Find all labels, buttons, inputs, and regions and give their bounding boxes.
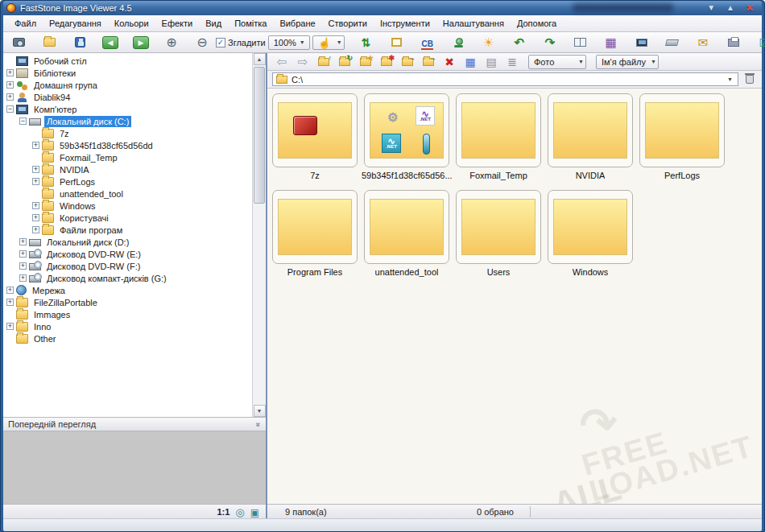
- folder-up-button[interactable]: ↑: [314, 54, 333, 70]
- tree-item-perflogs[interactable]: +PerfLogs: [3, 175, 252, 188]
- scan-button[interactable]: [662, 34, 683, 52]
- menu-file[interactable]: Файл: [8, 16, 43, 31]
- clone-stamp-button[interactable]: [448, 34, 469, 52]
- menu-edit[interactable]: Редагування: [43, 16, 108, 31]
- save-button[interactable]: [69, 34, 90, 52]
- view-list-button[interactable]: [502, 54, 522, 70]
- copy-to-folder-button[interactable]: →: [398, 54, 417, 70]
- minimize-icon[interactable]: ▼: [707, 4, 715, 12]
- tree-item-7z[interactable]: 7z: [3, 127, 252, 139]
- tree-item-computer[interactable]: −Комп'ютер: [3, 103, 252, 115]
- fit-window-icon[interactable]: [235, 506, 244, 518]
- folder-thumb-programfiles[interactable]: Program Files: [269, 188, 361, 285]
- settings-button[interactable]: [754, 34, 765, 52]
- resize-button[interactable]: [356, 34, 377, 52]
- move-to-folder-button[interactable]: →: [419, 54, 438, 70]
- delete-button[interactable]: [440, 54, 459, 70]
- tree-item-homegroup[interactable]: +Домашня група: [3, 79, 252, 91]
- tree-item-filezilla[interactable]: +FileZillaPortable: [3, 296, 252, 308]
- adjust-colors-button[interactable]: [417, 34, 438, 52]
- lighting-button[interactable]: [478, 34, 499, 52]
- collapse-chevron-icon[interactable]: »: [254, 422, 263, 427]
- tree-item-dvd-e[interactable]: +Дисковод DVD-RW (E:): [3, 248, 252, 260]
- menu-colors[interactable]: Кольори: [108, 16, 155, 31]
- folder-thumb-foxmail[interactable]: Foxmail_Temp: [453, 92, 544, 188]
- tree-item-other[interactable]: Other: [3, 332, 252, 344]
- view-details-button[interactable]: [482, 54, 501, 70]
- tree-item-unattended[interactable]: unattended_tool: [3, 188, 252, 200]
- rotate-right-button[interactable]: [540, 34, 560, 52]
- tree-item-59b[interactable]: +59b345f1d38cf65d56dd: [3, 139, 252, 151]
- tree-item-libraries[interactable]: +Бібліотеки: [3, 67, 252, 79]
- tree-item-cd-g[interactable]: +Дисковод компакт-дисків (G:): [3, 272, 252, 284]
- tree-item-inno[interactable]: +Inno: [3, 320, 252, 332]
- crop-button[interactable]: [387, 34, 407, 52]
- tree-item-drive-d[interactable]: +Локальний диск (D:): [3, 236, 252, 248]
- tree-item-nvidia[interactable]: +NVIDIA: [3, 163, 252, 175]
- back-button[interactable]: [272, 54, 292, 70]
- select-window-icon[interactable]: [250, 506, 259, 518]
- tree-item-foxmail[interactable]: Foxmail_Temp: [3, 151, 252, 163]
- open-file-button[interactable]: [39, 34, 60, 52]
- scroll-up-icon[interactable]: ▲: [254, 53, 266, 65]
- rotate-left-button[interactable]: [509, 34, 530, 52]
- maximize-icon[interactable]: ▲: [726, 4, 734, 12]
- photo-browser-button[interactable]: [8, 34, 29, 52]
- preview-area: [3, 431, 266, 504]
- print-button[interactable]: [723, 34, 744, 52]
- menu-create[interactable]: Створити: [322, 16, 374, 31]
- zoom-out-button[interactable]: [192, 34, 213, 52]
- folder-thumb-users[interactable]: Users: [453, 188, 544, 285]
- folder-thumb-unattended[interactable]: unattended_tool: [361, 188, 453, 285]
- zoom-in-button[interactable]: [161, 34, 182, 52]
- folder-icon: [16, 322, 28, 332]
- folder-thumb-windows[interactable]: Windows: [544, 188, 636, 285]
- tree-item-immages[interactable]: Immages: [3, 308, 252, 320]
- favorites-button[interactable]: ★: [356, 54, 375, 70]
- next-image-button[interactable]: [130, 34, 151, 52]
- tree-item-network[interactable]: +Мережа: [3, 284, 252, 296]
- tree-item-windows[interactable]: +Windows: [3, 200, 252, 212]
- menu-tools[interactable]: Інструменти: [374, 16, 436, 31]
- folder-thumb-perflogs[interactable]: PerfLogs: [636, 92, 728, 188]
- filter-select[interactable]: Фото ▼: [528, 55, 586, 69]
- menu-tag[interactable]: Помітка: [228, 16, 273, 31]
- tree-item-user[interactable]: +Diablik94: [3, 91, 252, 103]
- sort-select[interactable]: Ім'я файлу ▼: [596, 55, 659, 69]
- menu-favorites[interactable]: Вибране: [273, 16, 321, 31]
- menu-settings[interactable]: Налаштування: [436, 16, 511, 31]
- colors-icon: [421, 37, 432, 48]
- menu-effects[interactable]: Ефекти: [155, 16, 200, 31]
- close-icon[interactable]: ✕: [746, 3, 754, 13]
- folder-thumb-7z[interactable]: 7z: [269, 92, 361, 188]
- hand-tool-select[interactable]: ▼: [312, 35, 345, 50]
- view-thumbnails-button[interactable]: [461, 54, 480, 70]
- previous-image-button[interactable]: [100, 34, 121, 52]
- tag-folder-button[interactable]: ✱: [377, 54, 396, 70]
- tree-item-users[interactable]: +Користувачі: [3, 212, 252, 224]
- preview-panel-header[interactable]: Попередній перегляд »: [3, 417, 266, 431]
- screen-capture-button[interactable]: [631, 34, 652, 52]
- zoom-select[interactable]: 100% ▼: [268, 35, 310, 50]
- scroll-down-icon[interactable]: ▼: [254, 405, 266, 417]
- compare-button[interactable]: [570, 34, 591, 52]
- tree-scrollbar[interactable]: ▲ ▼: [252, 53, 266, 417]
- slideshow-button[interactable]: [601, 34, 622, 52]
- smooth-checkbox[interactable]: ✓: [216, 38, 225, 47]
- chevron-down-icon[interactable]: ▼: [727, 76, 734, 82]
- menu-help[interactable]: Допомога: [511, 16, 563, 31]
- tree-item-desktop[interactable]: Робочий стіл: [3, 55, 252, 67]
- menu-view[interactable]: Вид: [199, 16, 228, 31]
- tree-item-dvd-f[interactable]: +Дисковод DVD-RW (F:): [3, 260, 252, 272]
- forward-button[interactable]: [293, 54, 312, 70]
- blurred-watermark: [573, 3, 673, 12]
- trash-icon[interactable]: [746, 75, 754, 84]
- tree-item-programfiles[interactable]: +Файли програм: [3, 224, 252, 236]
- folder-thumb-nvidia[interactable]: NVIDIA: [544, 92, 636, 188]
- scrollbar-thumb[interactable]: [254, 67, 265, 204]
- tree-item-drive-c[interactable]: −Локальний диск (C:): [3, 115, 252, 127]
- folder-thumb-59b[interactable]: .NET .NET 59b345f1d38cf65d56...: [361, 92, 453, 188]
- refresh-button[interactable]: ↻: [335, 54, 354, 70]
- email-button[interactable]: [693, 34, 713, 52]
- address-combo[interactable]: C:\ ▼: [272, 72, 738, 86]
